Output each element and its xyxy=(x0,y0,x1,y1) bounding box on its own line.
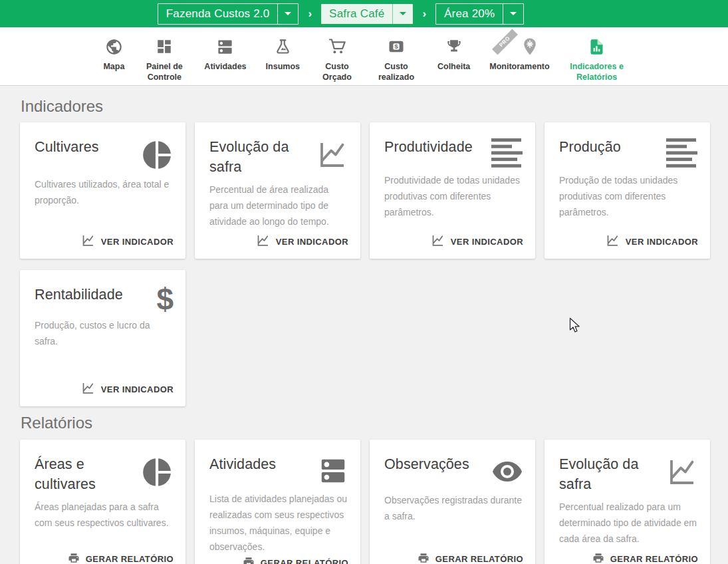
nav-label: Custo Orçado xyxy=(319,61,355,83)
nav-label: Atividades xyxy=(204,61,246,72)
chevron-down-icon xyxy=(392,4,413,24)
nav-item-monitoramento[interactable]: PRO Monitoramento xyxy=(489,35,549,72)
report-card-observacoes: Observações Observações registradas dura… xyxy=(370,440,535,564)
indicator-card-evolucao-da-safra: Evolução da safra Percentual de área rea… xyxy=(195,122,360,259)
card-description: Produção, custos e lucro da safra. xyxy=(35,317,174,349)
breadcrumb: Fazenda Custos 2.0 › Safra Café › Área 2… xyxy=(158,3,525,25)
line-chart-icon xyxy=(431,233,445,249)
card-description: Percentual de área realizada para um det… xyxy=(209,182,348,229)
gerar-relatorio-button[interactable]: GERAR RELATÓRIO xyxy=(592,551,698,564)
action-label: GERAR RELATÓRIO xyxy=(261,558,348,564)
card-description: Cultivares utilizados, área total e prop… xyxy=(35,176,174,208)
indicators-card-grid: Cultivares Cultivares utilizados, área t… xyxy=(20,122,711,406)
pie-chart-icon xyxy=(140,456,174,489)
farm-dropdown-label: Fazenda Custos 2.0 xyxy=(158,4,278,24)
chevron-down-icon xyxy=(503,4,523,24)
ver-indicador-button[interactable]: VER INDICADOR xyxy=(606,233,698,249)
card-title: Evolução da safra xyxy=(559,454,666,494)
nav-label: Painel de Controle xyxy=(144,61,185,83)
card-title: Evolução da safra xyxy=(209,137,316,177)
report-file-icon xyxy=(588,35,606,59)
nav-item-insumos[interactable]: Insumos xyxy=(266,35,300,72)
globe-icon xyxy=(105,35,123,59)
card-description: Áreas planejadas para a safra com seus r… xyxy=(35,499,174,531)
nav-item-atividades[interactable]: Atividades xyxy=(204,35,246,72)
card-title: Produção xyxy=(559,137,666,157)
pie-chart-icon xyxy=(140,138,174,172)
money-bill-icon: $ xyxy=(387,35,406,59)
pro-badge: PRO xyxy=(492,29,518,55)
gerar-relatorio-button[interactable]: GERAR RELATÓRIO xyxy=(418,551,523,564)
nav-label: Mapa xyxy=(103,61,124,72)
action-label: VER INDICADOR xyxy=(451,237,523,247)
line-chart-icon xyxy=(81,233,95,249)
farm-dropdown[interactable]: Fazenda Custos 2.0 xyxy=(158,3,299,25)
dns-list-icon xyxy=(318,456,348,486)
horizontal-bars-icon xyxy=(666,138,698,168)
card-title: Atividades xyxy=(209,454,318,474)
dashboard-icon xyxy=(156,35,173,59)
gerar-relatorio-button[interactable]: GERAR RELATÓRIO xyxy=(243,555,348,564)
nav-item-indicadores-e-relatorios[interactable]: Indicadores e Relatórios xyxy=(569,35,625,83)
action-label: VER INDICADOR xyxy=(626,237,698,247)
season-dropdown[interactable]: Safra Café xyxy=(321,4,413,24)
card-description: Percentual realizado para um determinado… xyxy=(559,499,698,547)
indicator-card-rentabilidade: Rentabilidade $ Produção, custos e lucro… xyxy=(20,270,185,406)
card-title: Áreas e cultivares xyxy=(35,454,140,494)
eye-icon xyxy=(491,456,523,488)
line-chart-icon xyxy=(606,233,620,249)
nav-label: Insumos xyxy=(266,61,300,72)
action-label: GERAR RELATÓRIO xyxy=(610,554,698,564)
printer-icon xyxy=(418,552,429,564)
indicator-card-cultivares: Cultivares Cultivares utilizados, área t… xyxy=(20,122,185,259)
line-chart-icon xyxy=(316,138,348,170)
nav-item-painel-de-controle[interactable]: Painel de Controle xyxy=(144,35,185,83)
reports-section-heading: Relatórios xyxy=(21,413,711,433)
nav-label: Indicadores e Relatórios xyxy=(569,61,625,83)
location-pin-icon: PRO xyxy=(499,35,540,59)
nav-item-colheita[interactable]: Colheita xyxy=(437,35,470,72)
action-label: GERAR RELATÓRIO xyxy=(435,554,523,564)
action-label: VER INDICADOR xyxy=(276,237,348,247)
breadcrumb-chevron: › xyxy=(308,8,312,19)
dollar-icon: $ xyxy=(156,286,174,313)
nav-item-mapa[interactable]: Mapa xyxy=(103,35,124,72)
report-card-areas-e-cultivares: Áreas e cultivares Áreas planejadas para… xyxy=(20,440,185,564)
card-description: Lista de atividades planejadas ou realiz… xyxy=(209,491,348,555)
nav-item-custo-realizado[interactable]: $ Custo realizado xyxy=(374,35,418,83)
line-chart-icon xyxy=(81,381,95,397)
nav-label: Monitoramento xyxy=(489,61,549,72)
area-dropdown-label: Área 20% xyxy=(436,4,503,24)
line-chart-icon xyxy=(666,456,698,488)
main-content: Indicadores Cultivares Cultivares utiliz… xyxy=(0,86,728,564)
app-header: Fazenda Custos 2.0 › Safra Café › Área 2… xyxy=(0,0,728,27)
card-title: Cultivares xyxy=(35,137,140,157)
nav-item-custo-orcado[interactable]: Custo Orçado xyxy=(319,35,355,83)
action-label: GERAR RELATÓRIO xyxy=(86,554,174,564)
season-dropdown-label: Safra Café xyxy=(321,4,392,24)
trophy-icon xyxy=(445,35,463,59)
indicator-card-produtividade: Produtividade Produtividade de todas uni… xyxy=(370,122,535,259)
line-chart-icon xyxy=(256,233,270,249)
indicator-card-producao: Produção Produção de todas unidades prod… xyxy=(545,122,710,259)
printer-icon xyxy=(243,556,255,564)
nav-label: Custo realizado xyxy=(374,61,418,83)
indicators-section-heading: Indicadores xyxy=(21,96,711,116)
flask-icon xyxy=(274,35,292,59)
gerar-relatorio-button[interactable]: GERAR RELATÓRIO xyxy=(68,551,174,564)
action-label: VER INDICADOR xyxy=(101,237,174,247)
card-title: Observações xyxy=(384,454,491,474)
ver-indicador-button[interactable]: VER INDICADOR xyxy=(431,233,523,249)
svg-text:$: $ xyxy=(394,43,398,50)
ver-indicador-button[interactable]: VER INDICADOR xyxy=(81,381,174,397)
card-title: Rentabilidade xyxy=(35,285,156,305)
horizontal-bars-icon xyxy=(491,138,523,168)
ver-indicador-button[interactable]: VER INDICADOR xyxy=(81,233,174,249)
reports-card-grid: Áreas e cultivares Áreas planejadas para… xyxy=(20,440,711,564)
area-dropdown[interactable]: Área 20% xyxy=(435,3,524,25)
dns-list-icon xyxy=(216,35,234,59)
breadcrumb-chevron: › xyxy=(422,8,426,19)
ver-indicador-button[interactable]: VER INDICADOR xyxy=(256,233,348,249)
report-card-evolucao-da-safra: Evolução da safra Percentual realizado p… xyxy=(545,440,710,564)
printer-icon xyxy=(68,552,80,564)
